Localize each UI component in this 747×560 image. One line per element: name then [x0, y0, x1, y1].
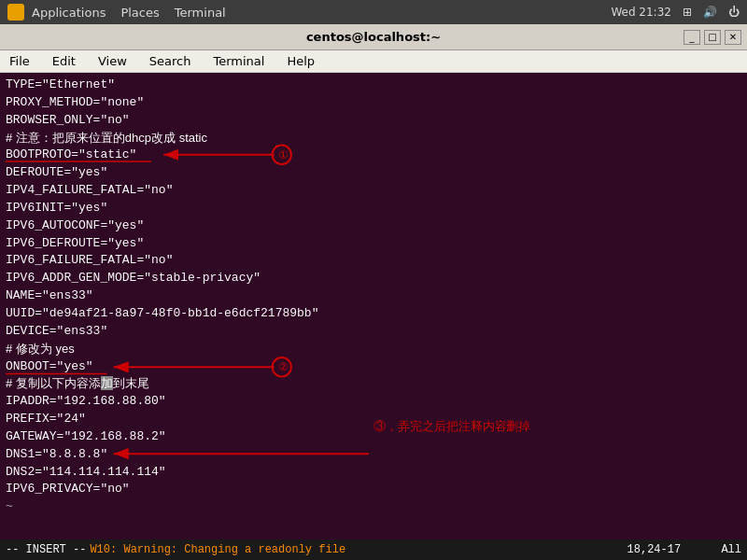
titlebar-controls: _ □ ✕ [684, 30, 741, 45]
system-bar: Applications Places Terminal Wed 21:32 ⊞… [0, 0, 747, 24]
terminal-line: # 修改为 yes [6, 341, 741, 358]
status-warning: W10: Warning: Changing a readonly file [90, 543, 345, 556]
system-bar-left: Applications Places Terminal [7, 4, 226, 21]
menu-bar: File Edit View Search Terminal Help [0, 50, 747, 73]
terminal-line: IPV6_AUTOCONF="yes" [6, 217, 741, 235]
minimize-button[interactable]: _ [684, 30, 700, 45]
terminal-line: TYPE="Ethernet" [6, 77, 741, 94]
warning-prefix: W10: [90, 543, 117, 556]
terminal-line: # 复制以下内容添加到末尾 [6, 375, 741, 393]
applications-label[interactable]: Applications [32, 6, 106, 20]
menu-help[interactable]: Help [281, 52, 320, 70]
maximize-button[interactable]: □ [704, 30, 721, 45]
terminal-line: GATEWAY="192.168.88.2" [6, 428, 741, 446]
terminal-line: NAME="ens33" [6, 287, 741, 305]
terminal-line-bootproto: BOOTPROTO="static" [6, 147, 741, 164]
menu-view[interactable]: View [92, 52, 133, 70]
terminal-line: DEVICE="ens33" [6, 323, 741, 341]
power-icon[interactable]: ⏻ [728, 6, 740, 19]
terminal-line: # 注意：把原来位置的dhcp改成 static [6, 130, 741, 147]
menu-search[interactable]: Search [144, 52, 197, 70]
app-menu-item[interactable]: Applications [7, 4, 106, 21]
terminal-line: DNS1="8.8.8.8" [6, 446, 741, 464]
terminal-line: PREFIX="24" [6, 411, 741, 428]
status-position: 18,24-17 All [627, 543, 741, 556]
system-icon [7, 4, 24, 21]
terminal-line: BROWSER_ONLY="no" [6, 112, 741, 130]
datetime: Wed 21:32 [611, 6, 671, 19]
system-bar-right: Wed 21:32 ⊞ 🔊 ⏻ [611, 6, 740, 19]
terminal-line: IPADDR="192.168.88.80" [6, 393, 741, 411]
terminal-line: IPV6_DEFROUTE="yes" [6, 235, 741, 253]
terminal-window: centos@localhost:~ _ □ ✕ File Edit View … [0, 24, 747, 560]
terminal-line: IPV6_ADDR_GEN_MODE="stable-privacy" [6, 270, 741, 287]
terminal-line: IPV4_FAILURE_FATAL="no" [6, 182, 741, 200]
terminal-line-tilde: ~ [6, 498, 741, 516]
terminal-content[interactable]: TYPE="Ethernet" PROXY_METHOD="none" BROW… [0, 73, 747, 539]
status-mode: -- INSERT -- [6, 543, 86, 556]
volume-icon: 🔊 [703, 6, 717, 19]
terminal-line: IPV6INIT="yes" [6, 200, 741, 217]
menu-edit[interactable]: Edit [47, 52, 81, 70]
terminal-line: PROXY_METHOD="none" [6, 94, 741, 112]
warning-text: Warning: Changing a readonly file [123, 543, 345, 556]
status-bar: -- INSERT -- W10: Warning: Changing a re… [0, 539, 747, 560]
close-button[interactable]: ✕ [725, 30, 741, 45]
terminal-line: DEFROUTE="yes" [6, 164, 741, 182]
terminal-titlebar: centos@localhost:~ _ □ ✕ [0, 24, 747, 50]
terminal-line: IPV6_PRIVACY="no" [6, 481, 741, 498]
places-menu[interactable]: Places [120, 6, 159, 20]
terminal-line: IPV6_FAILURE_FATAL="no" [6, 252, 741, 270]
terminal-title: centos@localhost:~ [306, 30, 441, 44]
menu-terminal[interactable]: Terminal [207, 52, 270, 70]
network-icon: ⊞ [683, 6, 692, 19]
terminal-menu[interactable]: Terminal [175, 6, 226, 20]
terminal-line: DNS2="114.114.114.114" [6, 464, 741, 482]
terminal-line: UUID="de94af21-8a97-48f0-bb1d-e6dcf21789… [6, 305, 741, 323]
terminal-line-onboot: ONBOOT="yes" [6, 358, 741, 376]
menu-file[interactable]: File [4, 52, 35, 70]
